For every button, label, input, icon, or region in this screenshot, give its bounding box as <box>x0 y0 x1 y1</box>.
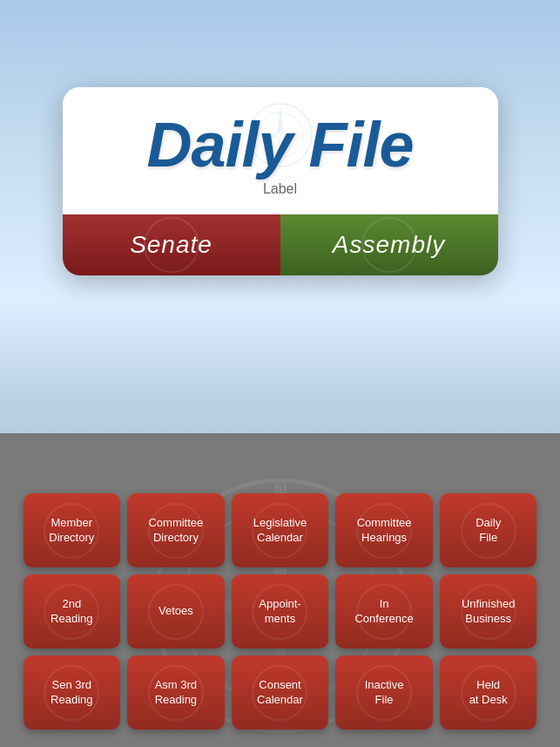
grid-btn-label-legislative-calendar: Legislative Calendar <box>253 516 307 546</box>
grid-btn-member-directory[interactable]: Member Directory <box>24 493 121 567</box>
grid-btn-legislative-calendar[interactable]: Legislative Calendar <box>232 493 329 567</box>
grid-btn-label-member-directory: Member Directory <box>49 516 94 546</box>
card-bottom-buttons: Senate Assembly <box>63 214 498 275</box>
grid-btn-consent-calendar[interactable]: Consent Calendar <box>232 655 329 730</box>
grid-btn-appointments[interactable]: Appoint- ments <box>232 574 329 649</box>
grid-btn-label-committee-directory: Committee Directory <box>148 516 203 546</box>
grid-btn-label-2nd-reading: 2nd Reading <box>51 597 92 627</box>
grid-btn-2nd-reading[interactable]: 2nd Reading <box>24 574 121 649</box>
app-title: Daily File <box>89 113 472 176</box>
assembly-button[interactable]: Assembly <box>280 214 498 275</box>
grid-btn-label-in-conference: In Conference <box>354 597 413 627</box>
senate-button-label: Senate <box>130 231 213 259</box>
grid-btn-daily-file[interactable]: Daily File <box>440 493 537 567</box>
grid-btn-label-unfinished-business: Unfinished Business <box>462 597 515 627</box>
grid-btn-committee-hearings[interactable]: Committee Hearings <box>335 493 433 567</box>
grid-btn-unfinished-business[interactable]: Unfinished Business <box>440 574 537 649</box>
grid-btn-vetoes[interactable]: Vetoes <box>127 574 225 649</box>
grid-btn-asm-3rd-reading[interactable]: Asm 3rd Reading <box>127 655 225 730</box>
grid-btn-label-daily-file: Daily File <box>476 516 501 546</box>
grid-btn-inactive-file[interactable]: Inactive File <box>335 655 433 730</box>
grid-btn-in-conference[interactable]: In Conference <box>335 574 433 649</box>
grid-btn-label-appointments: Appoint- ments <box>259 597 300 627</box>
grid-btn-sen-3rd-reading[interactable]: Sen 3rd Reading <box>24 655 121 730</box>
grid-btn-label-sen-3rd-reading: Sen 3rd Reading <box>51 678 92 708</box>
grid-container: Member DirectoryCommittee DirectoryLegis… <box>24 493 537 730</box>
grid-btn-label-committee-hearings: Committee Hearings <box>357 516 412 546</box>
card-label: Label <box>89 181 472 197</box>
grid-btn-label-inactive-file: Inactive File <box>365 678 404 708</box>
grid-btn-committee-directory[interactable]: Committee Directory <box>127 493 225 567</box>
grid-btn-label-asm-3rd-reading: Asm 3rd Reading <box>155 678 197 708</box>
card-top: Daily File Label <box>63 87 498 214</box>
senate-button[interactable]: Senate <box>63 214 280 275</box>
grid-btn-held-at-desk[interactable]: Held at Desk <box>440 655 537 730</box>
grid-btn-label-consent-calendar: Consent Calendar <box>257 678 303 708</box>
assembly-button-label: Assembly <box>333 231 445 259</box>
grid-btn-label-held-at-desk: Held at Desk <box>469 678 508 708</box>
grid-btn-label-vetoes: Vetoes <box>159 604 193 619</box>
main-card: Daily File Label Senate Assembly <box>63 87 498 275</box>
